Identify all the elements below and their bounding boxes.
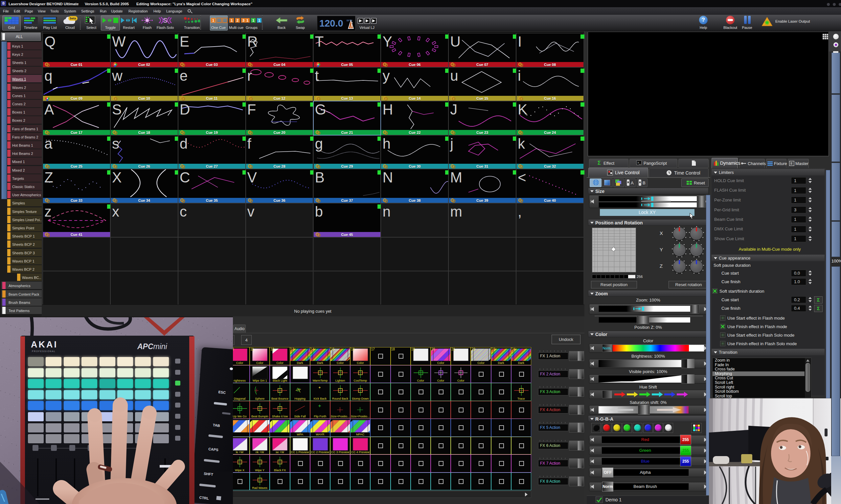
- svg-text:1: 1: [258, 18, 260, 22]
- svg-text:2: 2: [237, 18, 239, 22]
- svg-text:1: 1: [212, 18, 214, 22]
- svg-text:1: 1: [252, 18, 254, 22]
- svg-text:1: 1: [246, 18, 248, 22]
- svg-text:3: 3: [242, 18, 244, 22]
- svg-text:S: S: [163, 17, 167, 24]
- svg-text:1: 1: [230, 18, 233, 22]
